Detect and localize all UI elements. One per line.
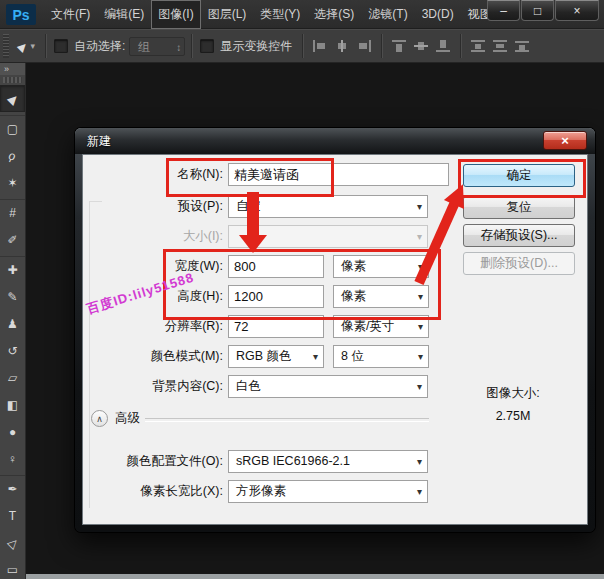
panel-grip[interactable] [3, 34, 9, 58]
options-bar: ▶ ▾ 自动选择: 组 ↕ 显示变换控件 [0, 29, 604, 63]
dialog-titlebar[interactable]: 新建 × [75, 128, 595, 154]
align-top-edges-icon[interactable] [391, 39, 407, 53]
tool-icon: ✎ [7, 290, 17, 304]
dialog-title: 新建 [87, 128, 111, 154]
tool-icon: ▷ [4, 534, 20, 550]
image-size-label: 图像大小: [438, 385, 588, 402]
divider [381, 34, 382, 58]
align-vertical-centers-icon[interactable] [413, 39, 429, 53]
chevron-down-icon: ▾ [417, 481, 422, 502]
resolution-input[interactable] [228, 315, 324, 338]
auto-select-target-dropdown[interactable]: 组 ↕ [129, 37, 185, 56]
divider [45, 34, 46, 58]
clone-stamp-tool[interactable]: ♟ [0, 310, 25, 337]
menu-item[interactable]: 滤镜(T) [361, 0, 414, 29]
collapse-advanced-button[interactable]: ∧ [91, 410, 108, 427]
width-unit-value: 像素 [341, 259, 366, 273]
tool-icon: ● [9, 425, 16, 439]
bit-depth-value: 8 位 [341, 349, 364, 363]
align-left-edges-icon[interactable] [312, 39, 328, 53]
lasso-tool[interactable]: ϙ [0, 142, 25, 169]
color-mode-label: 颜色模式(M): [83, 345, 223, 368]
show-transform-controls-checkbox[interactable] [200, 39, 214, 53]
save-preset-button[interactable]: 存储预设(S)... [463, 224, 575, 247]
color-mode-dropdown[interactable]: RGB 颜色 ▾ [228, 345, 324, 368]
paint-bucket-tool[interactable]: ◧ [0, 391, 25, 418]
align-horizontal-centers-icon[interactable] [334, 39, 350, 53]
brush-tool[interactable]: ✎ [0, 283, 25, 310]
height-unit-dropdown[interactable]: 像素 ▾ [333, 285, 429, 308]
tool-icon: ▱ [8, 371, 17, 385]
photoshop-window: Ps 文件(F)编辑(E)图像(I)图层(L)类型(Y)选择(S)滤镜(T)3D… [0, 0, 604, 579]
ok-button[interactable]: 确定 [463, 164, 575, 187]
menu-item[interactable]: 3D(D) [415, 0, 461, 29]
eraser-tool[interactable]: ▱ [0, 364, 25, 391]
menu-item[interactable]: 类型(Y) [253, 0, 307, 29]
collapse-panel-button[interactable]: » [0, 63, 25, 75]
tool-icon: ▶ [4, 90, 20, 106]
bit-depth-dropdown[interactable]: 8 位 ▾ [333, 345, 429, 368]
pixel-aspect-ratio-dropdown[interactable]: 方形像素 ▾ [228, 480, 428, 503]
menu-bar: Ps 文件(F)编辑(E)图像(I)图层(L)类型(Y)选择(S)滤镜(T)3D… [0, 0, 604, 29]
resolution-label: 分辨率(R): [83, 315, 223, 338]
auto-select-label: 自动选择: [74, 38, 125, 55]
align-right-edges-icon[interactable] [356, 39, 372, 53]
show-transform-controls-label: 显示变换控件 [220, 38, 292, 55]
tool-icon: T [9, 509, 16, 523]
chevron-down-icon: ▾ [418, 316, 423, 337]
history-brush-tool[interactable]: ↺ [0, 337, 25, 364]
chevron-down-icon: ▾ [417, 376, 422, 397]
healing-brush-tool[interactable]: ✚ [0, 256, 25, 283]
chevron-down-icon: ▾ [417, 196, 422, 217]
dialog-close-button[interactable]: × [543, 131, 587, 150]
blur-tool[interactable]: ● [0, 418, 25, 445]
resolution-unit-value: 像素/英寸 [341, 319, 394, 333]
dodge-tool[interactable]: ♀ [0, 445, 25, 472]
close-window-button[interactable]: × [555, 0, 599, 21]
distribute-bottom-edges-icon[interactable] [514, 39, 530, 53]
menu-item[interactable]: 编辑(E) [97, 0, 151, 29]
menu-item[interactable]: 图像(I) [151, 0, 200, 29]
move-tool[interactable]: ▶ [0, 85, 25, 112]
menu-item[interactable]: 图层(L) [201, 0, 254, 29]
maximize-button[interactable]: □ [521, 0, 554, 21]
new-dialog-content: 名称(N): 预设(P): 自定 ▾ 大小(I): ▾ 宽度(W): 像素 ▾ … [82, 154, 588, 525]
minimize-button[interactable]: – [487, 0, 520, 21]
height-unit-value: 像素 [341, 289, 366, 303]
width-input[interactable] [228, 255, 324, 278]
tool-icon: ✒ [7, 482, 17, 496]
tool-icon: ◧ [7, 398, 18, 412]
eyedropper-tool[interactable]: ✐ [0, 226, 25, 253]
name-label: 名称(N): [83, 163, 223, 186]
background-contents-dropdown[interactable]: 白色 ▾ [228, 375, 428, 398]
current-tool-preview[interactable]: ▶ ▾ [18, 40, 35, 53]
pen-tool[interactable]: ✒ [0, 475, 25, 502]
reset-button[interactable]: 复位 [463, 196, 575, 219]
menu-item[interactable]: 选择(S) [307, 0, 361, 29]
resolution-unit-dropdown[interactable]: 像素/英寸 ▾ [333, 315, 429, 338]
annotation-arrow-down [247, 192, 259, 237]
color-mode-value: RGB 颜色 [236, 349, 292, 363]
auto-select-checkbox[interactable] [54, 39, 68, 53]
background-contents-label: 背景内容(C): [83, 375, 223, 398]
name-input[interactable] [228, 163, 449, 186]
path-selection-tool[interactable]: ▷ [0, 529, 25, 556]
distribute-vertical-centers-icon[interactable] [492, 39, 508, 53]
align-bottom-edges-icon[interactable] [435, 39, 451, 53]
menu-item[interactable]: 文件(F) [44, 0, 97, 29]
width-unit-dropdown[interactable]: 像素 ▾ [333, 255, 429, 278]
menu-item[interactable]: 视图(V) [461, 0, 489, 29]
distribute-top-edges-icon[interactable] [470, 39, 486, 53]
panel-grip[interactable] [3, 77, 22, 83]
crop-tool[interactable]: # [0, 199, 25, 226]
magic-wand-tool[interactable]: ✶ [0, 169, 25, 196]
type-tool[interactable]: T [0, 502, 25, 529]
status-bar [26, 574, 604, 579]
rectangular-marquee-tool[interactable]: ▢ [0, 115, 25, 142]
delete-preset-button: 删除预设(D)... [463, 252, 575, 275]
tool-icon: ✐ [7, 233, 17, 247]
image-size-value: 2.75M [438, 409, 588, 423]
height-input[interactable] [228, 285, 324, 308]
color-profile-dropdown[interactable]: sRGB IEC61966-2.1 ▾ [228, 450, 428, 473]
rectangle-tool[interactable]: ▭ [0, 556, 25, 579]
